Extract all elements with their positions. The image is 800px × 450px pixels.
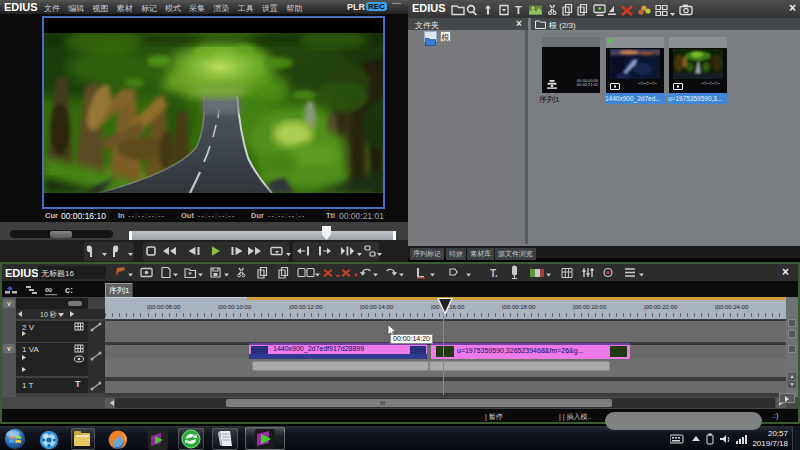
svg-text:∞: ∞ bbox=[45, 284, 52, 295]
svg-text:c:: c: bbox=[65, 285, 73, 295]
svg-text:T.: T. bbox=[490, 268, 498, 279]
svg-text:T: T bbox=[515, 4, 522, 16]
svg-text:T: T bbox=[75, 379, 81, 389]
